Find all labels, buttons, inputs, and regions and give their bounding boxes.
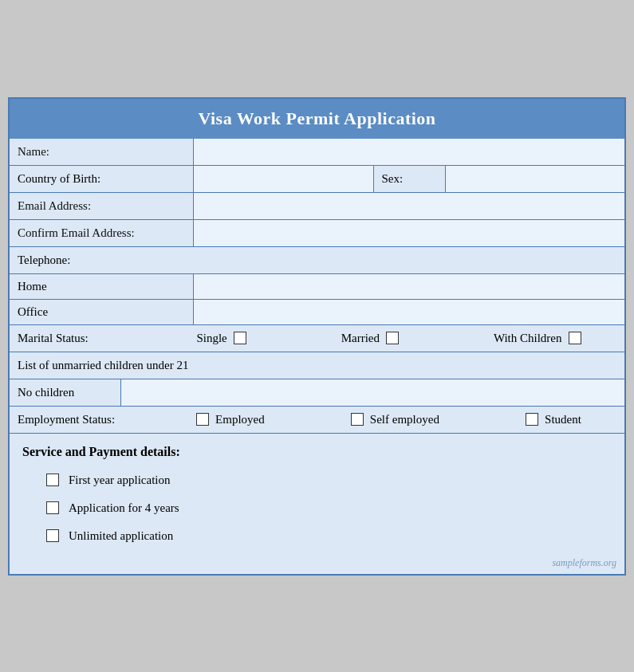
four-years-label: Application for 4 years [69,501,179,515]
name-input[interactable] [200,145,618,158]
single-option: Single [196,332,246,345]
first-year-option: First year application [46,474,612,487]
marital-status-row: Marital Status: Single Married With Chil… [10,325,624,352]
email-input-cell [193,193,624,219]
unlimited-label: Unlimited application [69,529,173,543]
student-checkbox[interactable] [526,413,538,426]
employment-options: Employed Self employed Student [161,413,616,426]
country-of-birth-label: Country of Birth: [10,166,193,192]
student-option: Student [526,413,581,426]
four-years-option: Application for 4 years [46,501,612,515]
service-options: First year application Application for 4… [22,474,612,543]
first-year-checkbox[interactable] [46,474,59,486]
email-row: Email Address: [10,193,624,220]
confirm-email-label: Confirm Email Address: [10,220,193,246]
service-section: Service and Payment details: First year … [10,434,624,554]
email-input[interactable] [200,199,618,212]
employed-checkbox[interactable] [196,413,209,426]
employment-status-label: Employment Status: [18,413,161,426]
confirm-email-input[interactable] [200,226,618,239]
telephone-row: Telephone: [10,247,624,274]
unlimited-checkbox[interactable] [46,529,59,542]
telephone-label: Telephone: [18,253,70,266]
married-checkbox[interactable] [386,332,399,344]
home-phone-input[interactable] [200,280,618,293]
watermark: sampleforms.org [10,554,624,574]
no-children-row: No children [10,379,624,407]
sex-input-cell [445,166,625,192]
student-label: Student [545,413,581,426]
employed-label: Employed [215,413,265,426]
office-phone-input[interactable] [200,305,618,318]
confirm-email-input-cell [193,220,624,246]
self-employed-checkbox[interactable] [351,413,364,426]
confirm-email-row: Confirm Email Address: [10,220,624,247]
email-label: Email Address: [10,193,193,219]
no-children-input-cell [121,379,624,406]
sex-label: Sex: [373,166,445,192]
children-list-label: List of unmarried children under 21 [18,359,189,371]
form-container: Visa Work Permit Application Name: Count… [8,97,626,576]
form-title: Visa Work Permit Application [10,99,624,139]
sex-input[interactable] [452,173,619,185]
with-children-option: With Children [494,332,581,345]
country-sex-row: Country of Birth: Sex: [10,166,624,193]
name-row: Name: [10,139,624,166]
first-year-label: First year application [69,474,170,487]
marital-status-label: Marital Status: [18,332,161,345]
with-children-label: With Children [494,332,562,345]
children-header-row: List of unmarried children under 21 [10,352,624,379]
home-row: Home [10,274,624,300]
no-children-label: No children [10,379,121,406]
unlimited-option: Unlimited application [46,529,612,543]
employed-option: Employed [196,413,265,426]
married-label: Married [341,332,380,345]
single-label: Single [196,332,226,345]
home-label: Home [10,274,193,299]
four-years-checkbox[interactable] [46,501,59,514]
single-checkbox[interactable] [234,332,246,344]
country-of-birth-input[interactable] [200,172,367,185]
self-employed-option: Self employed [351,413,439,426]
office-row: Office [10,300,624,325]
married-option: Married [341,332,399,345]
marital-options: Single Married With Children [161,332,616,345]
employment-status-row: Employment Status: Employed Self employe… [10,407,624,434]
home-input-cell [193,274,624,299]
name-input-cell [193,139,624,165]
self-employed-label: Self employed [370,413,439,426]
office-input-cell [193,300,624,324]
service-title: Service and Payment details: [22,445,612,459]
country-of-birth-input-cell [193,166,373,192]
with-children-checkbox[interactable] [569,332,581,344]
office-label: Office [10,300,193,324]
name-label: Name: [10,139,193,165]
